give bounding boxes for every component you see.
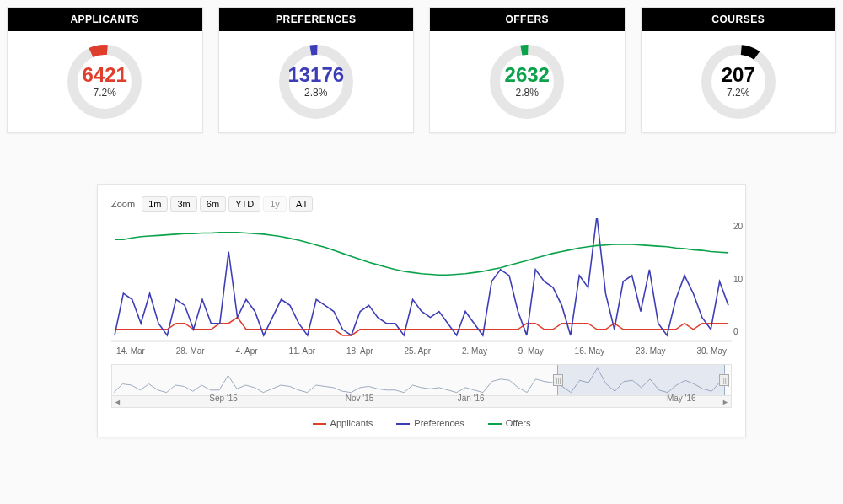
scroll-left-icon[interactable]: ◄ [114,398,121,406]
stat-pct: 7.2% [94,87,116,99]
stat-value: 2632 [505,65,550,85]
nav-tick: Jan '16 [458,394,485,403]
stat-header: PREFERENCES [219,8,414,31]
zoom-controls: Zoom 1m 3m 6m YTD 1y All [111,196,732,212]
stat-ring: 64217.2% [62,40,147,124]
stat-card-applicants: APPLICANTS64217.2% [7,7,203,133]
stat-body: 26322.8% [430,31,625,132]
x-axis-ticks: 14. Mar28. Mar4. Apr11. Apr18. Apr25. Ap… [111,346,732,356]
stat-body: 2077.2% [642,31,836,132]
stat-pct: 2.8% [304,87,327,99]
legend-item-preferences[interactable]: Preferences [396,418,464,428]
stat-card-courses: COURSES2077.2% [641,7,837,133]
range-window[interactable]: ||| ||| [557,365,724,395]
legend-item-applicants[interactable]: Applicants [313,418,373,428]
timeseries-panel: Zoom 1m 3m 6m YTD 1y All 20100 14. Mar28… [97,184,746,437]
range-handle-right[interactable]: ||| [719,374,729,386]
stat-ring: 26322.8% [485,40,569,124]
zoom-1m-button[interactable]: 1m [142,196,168,212]
y-axis-ticks: 20100 [733,218,757,345]
stat-card-preferences: PREFERENCES131762.8% [218,7,415,133]
stat-header: OFFERS [430,8,625,31]
stat-header: COURSES [642,8,836,31]
chart-legend: ApplicantsPreferencesOffers [111,418,732,428]
stat-value: 207 [722,65,755,85]
main-chart: 20100 [111,218,732,345]
zoom-6m-button[interactable]: 6m [200,196,226,212]
stat-header: APPLICANTS [8,8,202,31]
range-scrollbar[interactable]: ◄ ► [111,396,732,408]
stat-value: 6421 [83,65,127,85]
nav-tick: Nov '15 [346,394,374,403]
stat-pct: 7.2% [727,87,749,99]
stat-pct: 2.8% [516,87,539,99]
stat-value: 13176 [287,65,344,85]
stat-body: 131762.8% [219,31,414,132]
zoom-ytd-button[interactable]: YTD [228,196,260,212]
legend-item-offers[interactable]: Offers [488,418,531,428]
zoom-1y-button: 1y [263,196,287,212]
zoom-label: Zoom [111,199,135,209]
stat-ring: 131762.8% [274,40,358,124]
nav-tick: Sep '15 [209,394,238,403]
range-handle-left[interactable]: ||| [553,374,563,386]
zoom-3m-button[interactable]: 3m [170,196,196,212]
stat-body: 64217.2% [8,31,202,132]
scroll-right-icon[interactable]: ► [722,398,729,406]
stat-ring: 2077.2% [696,40,781,124]
stat-card-offers: OFFERS26322.8% [429,7,626,133]
stat-cards: APPLICANTS64217.2%PREFERENCES131762.8%OF… [0,0,843,133]
zoom-all-button[interactable]: All [289,196,313,212]
chart-range-navigator[interactable]: Sep '15Nov '15Jan '16May '16 ||| ||| [111,364,732,396]
